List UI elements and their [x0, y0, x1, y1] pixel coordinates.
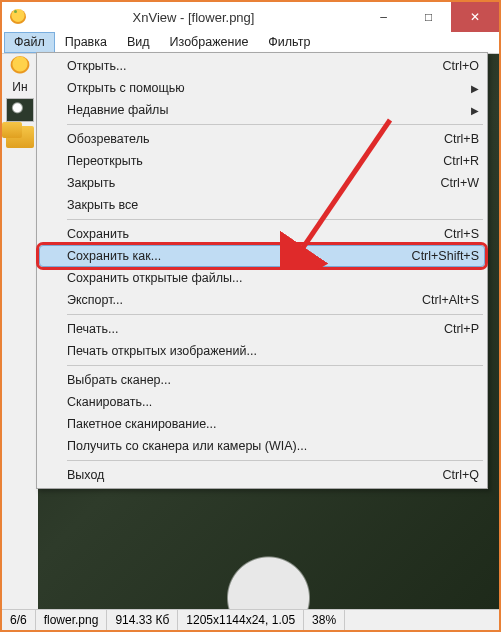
menu-label: Выбрать сканер... [67, 373, 171, 387]
menu-shortcut: Ctrl+B [444, 132, 479, 146]
menu-export[interactable]: Экспорт... Ctrl+Alt+S [39, 289, 485, 311]
toolbar-label: Ин [12, 80, 27, 94]
menu-bar: Файл Правка Вид Изображение Фильтр [2, 32, 499, 54]
menu-save[interactable]: Сохранить Ctrl+S [39, 223, 485, 245]
menu-label: Получить со сканера или камеры (WIA)... [67, 439, 307, 453]
window-title: XnView - [flower.png] [26, 10, 361, 25]
menu-image[interactable]: Изображение [160, 32, 259, 53]
chevron-right-icon: ▶ [471, 105, 479, 116]
menu-label: Открыть... [67, 59, 127, 73]
status-index: 6/6 [2, 610, 36, 630]
menu-label: Закрыть все [67, 198, 138, 212]
chevron-right-icon: ▶ [471, 83, 479, 94]
menu-label: Обозреватель [67, 132, 149, 146]
menu-select-scanner[interactable]: Выбрать сканер... [39, 369, 485, 391]
menu-separator [67, 365, 483, 366]
menu-label: Выход [67, 468, 104, 482]
app-tool-icon[interactable] [10, 56, 30, 76]
left-toolbar: Ин [2, 54, 38, 609]
menu-shortcut: Ctrl+S [444, 227, 479, 241]
menu-label: Закрыть [67, 176, 115, 190]
status-filename: flower.png [36, 610, 108, 630]
close-button[interactable]: ✕ [451, 2, 499, 32]
app-icon [10, 9, 26, 25]
menu-close[interactable]: Закрыть Ctrl+W [39, 172, 485, 194]
menu-separator [67, 124, 483, 125]
menu-wia[interactable]: Получить со сканера или камеры (WIA)... [39, 435, 485, 457]
menu-reopen[interactable]: Переоткрыть Ctrl+R [39, 150, 485, 172]
menu-label: Переоткрыть [67, 154, 143, 168]
menu-separator [67, 314, 483, 315]
menu-shortcut: Ctrl+Q [443, 468, 479, 482]
menu-save-as[interactable]: Сохранить как... Ctrl+Shift+S [39, 245, 485, 267]
menu-print[interactable]: Печать... Ctrl+P [39, 318, 485, 340]
title-bar: XnView - [flower.png] – □ ✕ [2, 2, 499, 32]
menu-recent-files[interactable]: Недавние файлы ▶ [39, 99, 485, 121]
menu-exit[interactable]: Выход Ctrl+Q [39, 464, 485, 486]
menu-separator [67, 460, 483, 461]
menu-open-with[interactable]: Открыть с помощью ▶ [39, 77, 485, 99]
menu-scan[interactable]: Сканировать... [39, 391, 485, 413]
maximize-button[interactable]: □ [406, 2, 451, 32]
menu-open[interactable]: Открыть... Ctrl+O [39, 55, 485, 77]
thumbnail-icon[interactable] [6, 98, 34, 122]
menu-label: Пакетное сканирование... [67, 417, 217, 431]
status-bar: 6/6 flower.png 914.33 Кб 1205x1144x24, 1… [2, 609, 499, 630]
menu-batch-scan[interactable]: Пакетное сканирование... [39, 413, 485, 435]
minimize-button[interactable]: – [361, 2, 406, 32]
menu-view[interactable]: Вид [117, 32, 160, 53]
menu-shortcut: Ctrl+O [443, 59, 479, 73]
menu-close-all[interactable]: Закрыть все [39, 194, 485, 216]
window-controls: – □ ✕ [361, 2, 499, 32]
menu-label: Недавние файлы [67, 103, 168, 117]
menu-edit[interactable]: Правка [55, 32, 117, 53]
menu-shortcut: Ctrl+W [440, 176, 479, 190]
menu-label: Сохранить как... [67, 249, 161, 263]
status-zoom: 38% [304, 610, 345, 630]
menu-filter[interactable]: Фильтр [258, 32, 320, 53]
menu-label: Сохранить [67, 227, 129, 241]
menu-label: Сканировать... [67, 395, 152, 409]
menu-label: Сохранить открытые файлы... [67, 271, 242, 285]
menu-browser[interactable]: Обозреватель Ctrl+B [39, 128, 485, 150]
menu-shortcut: Ctrl+Shift+S [412, 249, 479, 263]
menu-shortcut: Ctrl+Alt+S [422, 293, 479, 307]
menu-separator [67, 219, 483, 220]
menu-shortcut: Ctrl+R [443, 154, 479, 168]
menu-print-open[interactable]: Печать открытых изображений... [39, 340, 485, 362]
status-filesize: 914.33 Кб [107, 610, 178, 630]
folder-icon[interactable] [6, 126, 34, 148]
menu-shortcut: Ctrl+P [444, 322, 479, 336]
menu-label: Открыть с помощью [67, 81, 185, 95]
status-dimensions: 1205x1144x24, 1.05 [178, 610, 304, 630]
file-menu-dropdown: Открыть... Ctrl+O Открыть с помощью ▶ Не… [36, 52, 488, 489]
menu-label: Экспорт... [67, 293, 123, 307]
menu-file[interactable]: Файл [4, 32, 55, 53]
menu-save-open-files[interactable]: Сохранить открытые файлы... [39, 267, 485, 289]
menu-label: Печать... [67, 322, 118, 336]
menu-label: Печать открытых изображений... [67, 344, 257, 358]
